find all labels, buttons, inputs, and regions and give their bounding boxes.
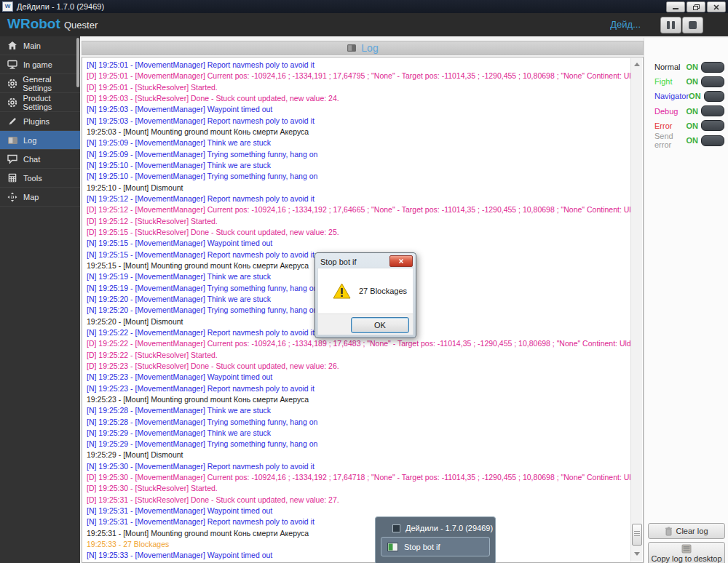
filter-toggle-switch[interactable] bbox=[701, 76, 724, 87]
filter-label: Navigator bbox=[654, 92, 689, 100]
stop-bot-dialog: Stop bot if 27 Blockages OK bbox=[314, 252, 416, 338]
restore-icon bbox=[693, 4, 700, 10]
log-entry: [N] 19:25:03 - [MovementManager] Report … bbox=[87, 116, 630, 127]
log-entry: [N] 19:25:10 - [MovementManager] Trying … bbox=[87, 171, 630, 182]
log-entry: 19:25:33 - 27 Blockages bbox=[87, 539, 630, 550]
filter-state-label: ON bbox=[689, 92, 701, 100]
log-entry: [N] 19:25:01 - [MovementManager] Report … bbox=[87, 60, 630, 71]
clear-log-button[interactable]: Clear log bbox=[648, 523, 725, 539]
log-filters: NormalONFightONNavigatorONDebugONErrorON… bbox=[654, 60, 724, 148]
sidebar-item-label: General Settings bbox=[23, 75, 80, 92]
filter-toggle-switch[interactable] bbox=[701, 62, 724, 73]
sidebar-item-log[interactable]: Log bbox=[0, 131, 80, 150]
dialog-body: 27 Blockages bbox=[317, 268, 414, 314]
move-icon bbox=[7, 192, 18, 202]
session-name: Дейд... bbox=[610, 19, 641, 30]
log-filter-row-navigator: NavigatorON bbox=[654, 89, 724, 103]
wrobot-window: W Дейдили - 1.7.0 (29469) WRobot Quester… bbox=[0, 0, 728, 563]
sidebar-menu: MainIn gameGeneral SettingsProduct Setti… bbox=[0, 36, 80, 207]
log-entry: [N] 19:25:28 - [MovementManager] Trying … bbox=[87, 417, 630, 428]
filter-label: Send error bbox=[654, 132, 687, 149]
log-entry: [N] 19:25:31 - [MovementManager] Report … bbox=[87, 516, 630, 527]
log-filter-row-debug: DebugON bbox=[654, 104, 724, 119]
home-icon bbox=[7, 41, 18, 50]
stop-button[interactable] bbox=[682, 17, 703, 33]
scroll-up-arrow-icon[interactable] bbox=[632, 60, 641, 69]
log-entry: [N] 19:25:28 - [MovementManager] Think w… bbox=[87, 405, 630, 416]
log-panel-title: Log bbox=[361, 42, 378, 54]
log-entry: 19:25:31 - [Mount] Mounting ground mount… bbox=[87, 528, 630, 539]
sidebar-item-label: Product Settings bbox=[23, 94, 80, 111]
sidebar-item-map[interactable]: Map bbox=[0, 188, 80, 207]
log-entry: [N] 19:25:03 - [MovementManager] Waypoin… bbox=[87, 104, 630, 115]
pause-icon bbox=[667, 21, 675, 29]
minimize-icon bbox=[673, 4, 678, 9]
log-panel-header: Log bbox=[82, 41, 644, 55]
gear-icon bbox=[7, 79, 17, 89]
filter-toggle-switch[interactable] bbox=[701, 105, 724, 116]
filter-label: Normal bbox=[654, 63, 687, 71]
sidebar-scrollbar[interactable] bbox=[76, 38, 79, 87]
log-filter-row-fight: FightON bbox=[654, 74, 724, 89]
gear-icon bbox=[7, 97, 18, 108]
dialog-titlebar[interactable]: Stop bot if bbox=[317, 255, 414, 268]
sidebar-item-label: Main bbox=[23, 41, 41, 50]
popup-app-icon bbox=[392, 524, 400, 532]
restore-button[interactable] bbox=[687, 1, 705, 12]
filter-state-label: ON bbox=[687, 77, 699, 86]
popup-title: Дейдили - 1.7.0 (29469) bbox=[405, 524, 493, 532]
log-entry: [D] 19:25:12 - [MovementManager] Current… bbox=[87, 204, 630, 215]
log-entry: [N] 19:25:15 - [MovementManager] Waypoin… bbox=[87, 238, 630, 249]
sidebar-item-chat[interactable]: Chat bbox=[0, 150, 80, 169]
filter-toggle-switch[interactable] bbox=[704, 91, 724, 102]
log-entry: [D] 19:25:01 - [StuckResolver] Started. bbox=[87, 82, 630, 93]
pause-button[interactable] bbox=[660, 17, 681, 33]
filter-state-label: ON bbox=[687, 121, 699, 130]
app-header: WRobot Quester Дейд... bbox=[0, 13, 728, 36]
log-entry: [N] 19:25:09 - [MovementManager] Trying … bbox=[87, 149, 630, 160]
filter-state-label: ON bbox=[687, 107, 699, 116]
log-entry: [N] 19:25:10 - [MovementManager] Think w… bbox=[87, 160, 630, 171]
sidebar-item-label: Plugins bbox=[23, 117, 50, 126]
log-entry: 19:25:03 - [Mount] Mounting ground mount… bbox=[87, 127, 630, 137]
log-entry: [D] 19:25:01 - [MovementManager] Current… bbox=[87, 71, 630, 81]
sidebar: MainIn gameGeneral SettingsProduct Setti… bbox=[0, 36, 80, 563]
dialog-footer: OK bbox=[317, 314, 414, 335]
log-icon bbox=[347, 44, 357, 52]
window-title: Дейдили - 1.7.0 (29469) bbox=[17, 2, 104, 11]
log-scrollbar-thumb[interactable] bbox=[632, 524, 642, 546]
dialog-close-button[interactable] bbox=[389, 255, 413, 267]
app-icon: W bbox=[2, 1, 13, 12]
calculator-icon bbox=[7, 173, 18, 183]
log-entry: [D] 19:25:22 - [StuckResolver] Started. bbox=[87, 350, 630, 361]
sidebar-item-label: Map bbox=[23, 193, 39, 201]
brand-logo: WRobot bbox=[7, 16, 60, 32]
close-icon bbox=[713, 4, 719, 10]
filter-label: Error bbox=[654, 121, 687, 130]
filter-toggle-switch[interactable] bbox=[701, 120, 724, 131]
ok-button[interactable]: OK bbox=[351, 317, 409, 333]
copy-log-icon bbox=[681, 544, 692, 554]
copy-log-label: Copy log to desktop bbox=[651, 554, 721, 563]
copy-log-button[interactable]: Copy log to desktop bbox=[648, 542, 725, 563]
log-entry: [N] 19:25:29 - [MovementManager] Trying … bbox=[87, 439, 630, 450]
scroll-down-arrow-icon[interactable] bbox=[632, 549, 641, 559]
sidebar-item-main[interactable]: Main bbox=[0, 36, 80, 55]
log-scrollbar[interactable] bbox=[630, 58, 642, 562]
sidebar-item-tools[interactable]: Tools bbox=[0, 169, 80, 188]
popup-item-stop-bot[interactable]: Stop bot if bbox=[381, 537, 490, 556]
close-button[interactable] bbox=[707, 1, 726, 12]
minimize-button[interactable] bbox=[666, 1, 685, 12]
sidebar-item-general-settings[interactable]: General Settings bbox=[0, 74, 80, 93]
log-filter-panel: NormalONFightONNavigatorONDebugONErrorON… bbox=[644, 38, 728, 563]
sidebar-item-in-game[interactable]: In game bbox=[0, 55, 80, 74]
filter-toggle-switch[interactable] bbox=[701, 135, 724, 146]
log-entry: 19:25:10 - [Mount] Dismount bbox=[87, 183, 630, 193]
popup-item-label: Stop bot if bbox=[404, 543, 440, 551]
popup-window-icon bbox=[387, 543, 398, 551]
log-entry: [N] 19:25:12 - [MovementManager] Report … bbox=[87, 193, 630, 204]
clear-log-label: Clear log bbox=[676, 527, 708, 535]
filter-state-label: ON bbox=[687, 136, 699, 145]
sidebar-item-plugins[interactable]: Plugins bbox=[0, 112, 80, 131]
sidebar-item-product-settings[interactable]: Product Settings bbox=[0, 93, 80, 112]
